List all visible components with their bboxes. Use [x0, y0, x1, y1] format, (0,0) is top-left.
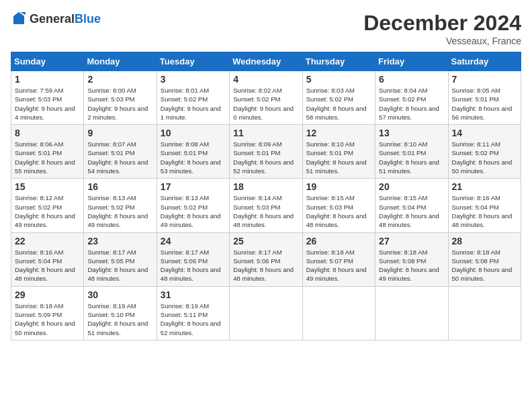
day-number: 28 — [452, 236, 517, 246]
calendar-day-cell: 9Sunrise: 8:07 AM Sunset: 5:01 PM Daylig… — [84, 125, 157, 179]
day-info: Sunrise: 8:15 AM Sunset: 5:04 PM Dayligh… — [379, 193, 444, 229]
day-number: 8 — [15, 128, 80, 138]
logo: GeneralBlue — [11, 11, 101, 27]
calendar-day-cell: 31Sunrise: 8:19 AM Sunset: 5:11 PM Dayli… — [157, 286, 229, 340]
day-info: Sunrise: 8:14 AM Sunset: 5:03 PM Dayligh… — [233, 193, 298, 229]
calendar-day-cell: 24Sunrise: 8:17 AM Sunset: 5:06 PM Dayli… — [157, 232, 229, 286]
logo-icon — [11, 11, 27, 27]
location: Vesseaux, France — [363, 36, 521, 46]
day-number: 15 — [15, 181, 80, 192]
calendar-day-cell: 18Sunrise: 8:14 AM Sunset: 5:03 PM Dayli… — [230, 179, 302, 232]
day-number: 6 — [379, 74, 444, 85]
day-info: Sunrise: 7:59 AM Sunset: 5:03 PM Dayligh… — [15, 86, 80, 122]
calendar-day-cell: 23Sunrise: 8:17 AM Sunset: 5:05 PM Dayli… — [84, 232, 157, 286]
calendar-day-cell — [448, 286, 521, 340]
day-number: 3 — [161, 74, 226, 85]
calendar-day-cell: 17Sunrise: 8:13 AM Sunset: 5:02 PM Dayli… — [157, 179, 229, 232]
day-info: Sunrise: 8:19 AM Sunset: 5:11 PM Dayligh… — [161, 302, 226, 337]
calendar-day-cell: 8Sunrise: 8:06 AM Sunset: 5:01 PM Daylig… — [11, 125, 84, 179]
day-info: Sunrise: 8:00 AM Sunset: 5:03 PM Dayligh… — [87, 86, 152, 122]
calendar-day-cell — [375, 286, 448, 340]
calendar-day-cell: 16Sunrise: 8:13 AM Sunset: 5:02 PM Dayli… — [84, 179, 157, 232]
day-number: 4 — [233, 74, 298, 85]
day-number: 17 — [161, 181, 226, 192]
calendar-day-cell: 12Sunrise: 8:10 AM Sunset: 5:01 PM Dayli… — [302, 125, 375, 179]
weekday-header: Thursday — [302, 52, 375, 71]
day-number: 12 — [306, 128, 371, 138]
calendar-day-cell: 21Sunrise: 8:16 AM Sunset: 5:04 PM Dayli… — [448, 179, 521, 232]
calendar-day-cell — [302, 286, 375, 340]
calendar-week-row: 15Sunrise: 8:12 AM Sunset: 5:02 PM Dayli… — [11, 179, 521, 232]
day-number: 11 — [233, 128, 298, 138]
calendar-day-cell: 3Sunrise: 8:01 AM Sunset: 5:02 PM Daylig… — [157, 71, 229, 125]
day-info: Sunrise: 8:13 AM Sunset: 5:02 PM Dayligh… — [87, 193, 152, 229]
day-info: Sunrise: 8:02 AM Sunset: 5:02 PM Dayligh… — [233, 86, 298, 122]
title-block: December 2024 Vesseaux, France — [363, 11, 521, 46]
day-number: 16 — [87, 181, 152, 192]
weekday-header: Monday — [84, 52, 157, 71]
day-number: 20 — [379, 181, 444, 192]
calendar-day-cell: 27Sunrise: 8:18 AM Sunset: 5:08 PM Dayli… — [375, 232, 448, 286]
weekday-header: Sunday — [11, 52, 84, 71]
calendar-day-cell: 1Sunrise: 7:59 AM Sunset: 5:03 PM Daylig… — [11, 71, 84, 125]
calendar-day-cell: 14Sunrise: 8:11 AM Sunset: 5:02 PM Dayli… — [448, 125, 521, 179]
calendar-day-cell: 28Sunrise: 8:18 AM Sunset: 5:08 PM Dayli… — [448, 232, 521, 286]
day-number: 22 — [15, 236, 80, 246]
day-info: Sunrise: 8:07 AM Sunset: 5:01 PM Dayligh… — [87, 140, 152, 175]
day-number: 10 — [161, 128, 226, 138]
calendar-day-cell: 6Sunrise: 8:04 AM Sunset: 5:02 PM Daylig… — [375, 71, 448, 125]
day-info: Sunrise: 8:08 AM Sunset: 5:01 PM Dayligh… — [161, 140, 226, 175]
calendar-day-cell: 7Sunrise: 8:05 AM Sunset: 5:01 PM Daylig… — [448, 71, 521, 125]
day-number: 18 — [233, 181, 298, 192]
weekday-header: Friday — [375, 52, 448, 71]
day-info: Sunrise: 8:06 AM Sunset: 5:01 PM Dayligh… — [15, 140, 80, 175]
calendar-week-row: 1Sunrise: 7:59 AM Sunset: 5:03 PM Daylig… — [11, 71, 521, 125]
calendar-day-cell: 11Sunrise: 8:09 AM Sunset: 5:01 PM Dayli… — [230, 125, 302, 179]
day-info: Sunrise: 8:11 AM Sunset: 5:02 PM Dayligh… — [452, 140, 517, 175]
calendar-day-cell: 4Sunrise: 8:02 AM Sunset: 5:02 PM Daylig… — [230, 71, 302, 125]
day-number: 13 — [379, 128, 444, 138]
day-number: 2 — [87, 74, 152, 85]
calendar-day-cell: 19Sunrise: 8:15 AM Sunset: 5:03 PM Dayli… — [302, 179, 375, 232]
logo-blue: Blue — [75, 12, 101, 26]
day-info: Sunrise: 8:17 AM Sunset: 5:05 PM Dayligh… — [87, 248, 152, 283]
calendar-header-row: SundayMondayTuesdayWednesdayThursdayFrid… — [11, 52, 521, 71]
day-info: Sunrise: 8:01 AM Sunset: 5:02 PM Dayligh… — [161, 86, 226, 122]
day-info: Sunrise: 8:04 AM Sunset: 5:02 PM Dayligh… — [379, 86, 444, 122]
day-info: Sunrise: 8:18 AM Sunset: 5:08 PM Dayligh… — [452, 248, 517, 283]
calendar-day-cell: 29Sunrise: 8:18 AM Sunset: 5:09 PM Dayli… — [11, 286, 84, 340]
calendar-day-cell: 2Sunrise: 8:00 AM Sunset: 5:03 PM Daylig… — [84, 71, 157, 125]
calendar-week-row: 29Sunrise: 8:18 AM Sunset: 5:09 PM Dayli… — [11, 286, 521, 340]
calendar-day-cell — [230, 286, 302, 340]
day-number: 1 — [15, 74, 80, 85]
calendar-week-row: 22Sunrise: 8:16 AM Sunset: 5:04 PM Dayli… — [11, 232, 521, 286]
calendar-day-cell: 10Sunrise: 8:08 AM Sunset: 5:01 PM Dayli… — [157, 125, 229, 179]
day-info: Sunrise: 8:03 AM Sunset: 5:02 PM Dayligh… — [306, 86, 371, 122]
calendar-day-cell: 20Sunrise: 8:15 AM Sunset: 5:04 PM Dayli… — [375, 179, 448, 232]
day-number: 29 — [15, 289, 80, 300]
day-number: 21 — [452, 181, 517, 192]
calendar-day-cell: 30Sunrise: 8:19 AM Sunset: 5:10 PM Dayli… — [84, 286, 157, 340]
day-number: 25 — [233, 236, 298, 246]
day-info: Sunrise: 8:18 AM Sunset: 5:09 PM Dayligh… — [15, 302, 80, 337]
day-number: 7 — [452, 74, 517, 85]
svg-marker-0 — [13, 12, 24, 24]
day-number: 24 — [161, 236, 226, 246]
calendar-day-cell: 13Sunrise: 8:10 AM Sunset: 5:01 PM Dayli… — [375, 125, 448, 179]
weekday-header: Wednesday — [230, 52, 302, 71]
day-number: 30 — [87, 289, 152, 300]
day-number: 19 — [306, 181, 371, 192]
day-info: Sunrise: 8:10 AM Sunset: 5:01 PM Dayligh… — [379, 140, 444, 175]
day-number: 31 — [161, 289, 226, 300]
day-info: Sunrise: 8:17 AM Sunset: 5:06 PM Dayligh… — [233, 248, 298, 283]
day-info: Sunrise: 8:16 AM Sunset: 5:04 PM Dayligh… — [15, 248, 80, 283]
weekday-header: Tuesday — [157, 52, 229, 71]
calendar-day-cell: 26Sunrise: 8:18 AM Sunset: 5:07 PM Dayli… — [302, 232, 375, 286]
day-info: Sunrise: 8:13 AM Sunset: 5:02 PM Dayligh… — [161, 193, 226, 229]
page-header: GeneralBlue December 2024 Vesseaux, Fran… — [11, 11, 521, 46]
day-number: 27 — [379, 236, 444, 246]
day-info: Sunrise: 8:18 AM Sunset: 5:07 PM Dayligh… — [306, 248, 371, 283]
day-info: Sunrise: 8:19 AM Sunset: 5:10 PM Dayligh… — [87, 302, 152, 337]
calendar-week-row: 8Sunrise: 8:06 AM Sunset: 5:01 PM Daylig… — [11, 125, 521, 179]
weekday-header: Saturday — [448, 52, 521, 71]
